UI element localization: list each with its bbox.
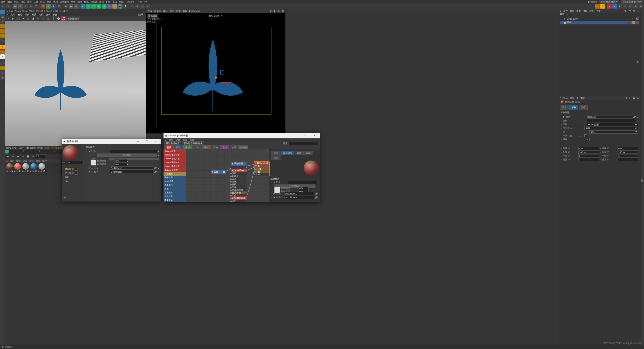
- attr-tab-coord[interactable]: 坐标: [579, 105, 588, 110]
- menu-octane[interactable]: Octane: [127, 1, 134, 3]
- camera-icon[interactable]: 📷: [117, 4, 123, 9]
- lv-stop[interactable]: ■: [21, 16, 25, 21]
- snap2[interactable]: ⊞: [0, 66, 5, 70]
- node-float[interactable]: ▾ 浮点纹理: [231, 162, 247, 169]
- material-name-field[interactable]: [63, 161, 84, 164]
- attr-grip[interactable]: ≡: [560, 97, 561, 99]
- point-mode[interactable]: •: [0, 24, 5, 28]
- oct-s1[interactable]: S: [0, 45, 5, 49]
- object-octanesky[interactable]: ☀ OctaneSky ✓∶ ◐: [560, 17, 639, 21]
- om-list-icon[interactable]: ☰: [637, 10, 639, 12]
- field-icon[interactable]: ◉: [102, 4, 107, 9]
- vp-nav3[interactable]: ⟲: [278, 10, 280, 12]
- rtb2[interactable]: ●: [612, 4, 617, 9]
- lv-pin-icon[interactable]: 📍: [51, 16, 56, 21]
- tool1[interactable]: ⬚: [130, 4, 135, 9]
- undo-button[interactable]: ↶: [1, 4, 6, 9]
- rtb6[interactable]: ⊕: [633, 4, 638, 9]
- deformer-icon[interactable]: ◳: [107, 4, 112, 9]
- menu-extensions[interactable]: 扩展: [106, 0, 110, 4]
- goto-icon[interactable]: ▸: [637, 116, 638, 118]
- rtb4[interactable]: ☀: [623, 4, 628, 9]
- attr-lock[interactable]: 🔒: [632, 97, 635, 99]
- render-pv[interactable]: ▶: [68, 4, 73, 9]
- octane-tb1[interactable]: O: [595, 4, 600, 9]
- menu-mograph[interactable]: 运动图形: [60, 0, 69, 4]
- axis-y[interactable]: Y: [46, 4, 51, 9]
- redo-button[interactable]: ↷: [6, 4, 11, 9]
- rtb3[interactable]: ✹: [617, 4, 622, 9]
- node-category-list[interactable]: Octane 材质 Octane 混合材质 Octane 合成材质 Octane…: [164, 149, 186, 202]
- maximize-button[interactable]: ☐: [143, 140, 151, 143]
- tex-thumb[interactable]: [91, 160, 96, 166]
- oct-s2[interactable]: S: [0, 50, 5, 54]
- object-cylinder[interactable]: ⬤ 圆柱 ✓∶: [560, 21, 639, 24]
- key-pos[interactable]: ◆: [11, 154, 15, 159]
- menu-simulate[interactable]: 模拟: [84, 0, 89, 4]
- menu-create[interactable]: 创建: [14, 0, 19, 4]
- recent-tool[interactable]: ☰: [34, 4, 39, 9]
- generator2-icon[interactable]: ⬢: [96, 4, 101, 9]
- close-button[interactable]: ✕: [311, 134, 318, 137]
- menu-animate[interactable]: 动画: [77, 0, 82, 4]
- key-opt[interactable]: ⊙: [31, 154, 35, 159]
- edge-mode[interactable]: —: [0, 29, 5, 33]
- light-icon[interactable]: 💡: [123, 4, 128, 9]
- tool4[interactable]: ✦: [145, 4, 150, 9]
- minimize-button[interactable]: —: [134, 140, 142, 143]
- rotate-tool[interactable]: ⟳: [28, 4, 33, 9]
- om-eye-icon[interactable]: 👁: [633, 10, 635, 12]
- node-search[interactable]: [289, 142, 319, 145]
- goto-icon[interactable]: 🔗: [154, 167, 157, 169]
- mat-slot-4[interactable]: OctDiff: [38, 163, 46, 173]
- close-icon[interactable]: ✕: [6, 10, 8, 13]
- menu-spline[interactable]: 样条: [47, 0, 51, 4]
- texture-mode[interactable]: ◫: [0, 14, 5, 19]
- material-preview[interactable]: [63, 145, 78, 160]
- lv-refresh[interactable]: ⟳: [6, 16, 10, 21]
- octane-tb2[interactable]: S: [600, 4, 605, 9]
- mat2-tag-icon[interactable]: [636, 21, 639, 24]
- projection-dropdown[interactable]: UVW 贴图: [587, 123, 638, 126]
- snap1[interactable]: ⋮⋮: [0, 61, 5, 65]
- om-grip[interactable]: ≡: [560, 10, 561, 12]
- key-scale[interactable]: ◆: [16, 154, 20, 159]
- move-tool[interactable]: ✥: [18, 4, 23, 9]
- mat-slot-1[interactable]: OctDiff: [14, 163, 21, 173]
- coord-system[interactable]: ⦿: [56, 4, 61, 9]
- node-checker[interactable]: ▾ 棋盘▦: [211, 170, 226, 174]
- tile-checkbox[interactable]: [587, 138, 590, 141]
- menu-realflow[interactable]: RealFlow: [138, 1, 147, 3]
- menu-help[interactable]: 帮助: [119, 0, 124, 4]
- projshow-dropdown[interactable]: 简单: [584, 127, 638, 130]
- menu-tracker[interactable]: 跟踪器: [91, 0, 97, 4]
- poly-mode[interactable]: ▱: [0, 33, 5, 38]
- tool3[interactable]: ◎: [140, 4, 145, 9]
- spline-primitive[interactable]: ∿: [86, 4, 91, 9]
- render-view[interactable]: ▣: [63, 4, 68, 9]
- render-settings[interactable]: ⚙: [74, 4, 79, 9]
- mat-slot-0[interactable]: OctMix: [6, 163, 13, 173]
- axis-x[interactable]: X: [41, 4, 46, 9]
- selection-field[interactable]: [587, 119, 636, 122]
- oct-s3[interactable]: S: [0, 54, 5, 59]
- liveviewer-canvas[interactable]: [5, 21, 146, 146]
- lv-btn5[interactable]: ⊡: [26, 16, 30, 21]
- lv-btn7[interactable]: ⊕: [36, 16, 41, 21]
- snap4[interactable]: ◐: [0, 75, 5, 80]
- tag-icon[interactable]: ◐: [636, 17, 639, 20]
- menu-file[interactable]: 文件: [1, 0, 6, 4]
- node-diffuse3[interactable]: ▾ OctDiffuse3 漫射: [231, 197, 247, 202]
- om-filter-icon[interactable]: ▽: [629, 10, 631, 12]
- live-select-icon[interactable]: ▦: [13, 4, 18, 9]
- cube-primitive[interactable]: ◧: [80, 4, 86, 9]
- menu-volume[interactable]: 体积: [53, 0, 58, 4]
- lv-clock-icon[interactable]: 🕐: [56, 16, 61, 21]
- autokey[interactable]: ⬤: [26, 154, 30, 159]
- phong-tag-icon[interactable]: [632, 21, 635, 24]
- menu-render[interactable]: 渲染: [99, 0, 104, 4]
- frame-field-1[interactable]: [36, 154, 46, 158]
- key-rot[interactable]: ◆: [21, 154, 25, 159]
- snap3[interactable]: ⊡: [0, 70, 5, 75]
- maximize-button[interactable]: ☐: [302, 134, 309, 137]
